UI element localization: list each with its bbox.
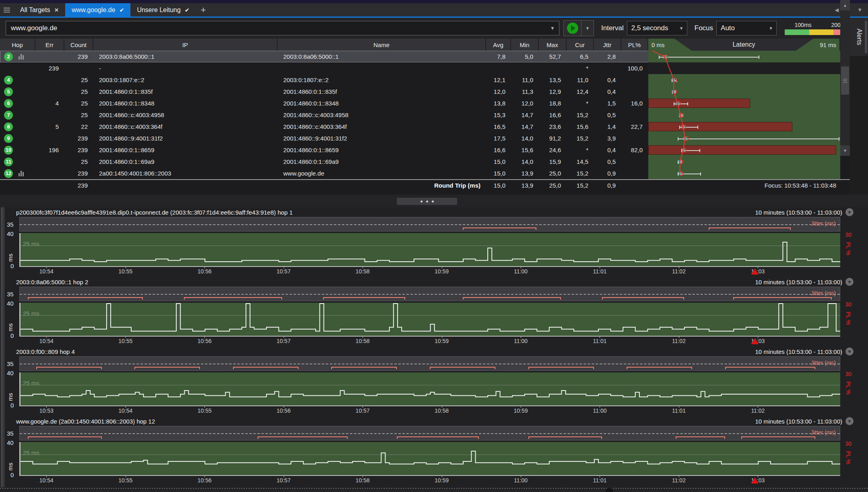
column-header-name[interactable]: Name [278,39,486,51]
graph-range-label: 10 minutes (10:53:00 - 11:03:00) [755,418,842,425]
cell-name: 2003:0:8a06:5000::1 [278,51,486,62]
cell-count: 239 [64,167,93,179]
tab-all-targets[interactable]: All Targets ✕ [14,3,65,17]
scrollbar-thumb[interactable] [841,66,849,95]
timeline-left-scrollbar[interactable] [1,207,5,487]
bar-chart-icon[interactable] [19,54,24,60]
play-options-dropdown[interactable]: ▼ [581,21,594,36]
average-latency-ring [673,78,677,82]
hop-number-badge: 4 [4,76,13,85]
hop-number-badge: 7 [4,111,13,120]
column-header-err[interactable]: Err [35,39,64,51]
interval-select[interactable]: 2,5 seconds ▼ [627,21,687,35]
cell-min: 15,6 [511,144,539,156]
alert-triangle-marker[interactable] [751,269,759,275]
table-row-hop-2[interactable]: 22392003:0:8a06:5000::12003:0:8a06:5000:… [0,51,850,62]
jitter-data-segment [323,297,405,300]
latency-plot[interactable]: 25 ms40ms030PL % [19,372,840,406]
scroll-down-icon[interactable]: ▼ [840,145,850,156]
y-axis-unit: ms [7,254,14,262]
hop-cell: 7 [0,109,35,121]
bottom-splitter-dots [0,488,868,489]
tab-label: Unsere Leitung [137,6,181,14]
alert-triangle-marker[interactable] [751,478,759,484]
time-tick-label: 10:56 [198,338,212,344]
table-row-hop-lost[interactable]: 239-*100,0 [0,62,850,74]
tab-unsere-leitung[interactable]: Unsere Leitung ✔ [130,3,196,17]
table-row-hop-11[interactable]: 11252001:4860:0:1::69a92001:4860:0:1::69… [0,156,850,167]
collapse-chevron-icon[interactable]: ▼ [845,278,854,286]
collapse-chevron-icon[interactable]: ▼ [845,417,854,425]
tab-www-google-de[interactable]: www.google.de ✔ [65,3,130,17]
cell-name [278,62,486,74]
splitter-handle[interactable] [397,198,457,205]
cell-err: 196 [35,144,64,156]
focus-select[interactable]: Auto ▼ [716,21,777,35]
time-axis: 10:5410:5510:5610:5710:5810:5911:0011:01… [19,337,840,346]
column-header-cur[interactable]: Cur [567,39,594,51]
column-header-min[interactable]: Min [511,39,539,51]
average-latency-ring [682,148,687,152]
tab-scroll-left-icon[interactable]: ◀ [835,7,839,13]
cell-count: 239 [64,132,93,144]
latency-plot[interactable]: 25 ms40ms030PL % [19,233,840,267]
tab-list-dropdown-icon[interactable]: ▼ [857,7,862,13]
time-tick-label: 10:58 [435,407,449,414]
column-header-count[interactable]: Count [64,39,93,51]
cell-count: 25 [64,97,93,109]
close-icon[interactable]: ✕ [54,7,59,13]
bottom-splitter-notch[interactable] [606,488,613,492]
jitter-label: Jitter (ms) [811,290,836,296]
bar-chart-icon[interactable] [19,171,24,176]
average-latency-ring [664,54,668,59]
column-header-max[interactable]: Max [539,39,567,51]
column-header-ip[interactable]: IP [93,39,278,51]
table-row-hop-6[interactable]: 64252001:4860:0:1::83482001:4860:0:1::83… [0,97,850,109]
chevron-down-icon[interactable]: ▼ [550,25,555,31]
table-row-hop-8[interactable]: 85222001:4860::c:4003:364f2001:4860::c:4… [0,121,850,132]
average-latency-ring [682,124,687,129]
panel-splitter[interactable] [0,194,868,207]
column-header-latency[interactable]: 0 msLatency91 ms [648,39,840,51]
cell-err [35,156,64,167]
column-header-pl[interactable]: PL% [621,39,648,51]
bottom-splitter[interactable] [0,487,868,492]
cell-cur: 15,2 [567,132,594,144]
latency-graph-cell: ✕ [648,51,840,62]
target-input[interactable]: www.google.de ▼ [6,21,559,35]
cell-ip: 2003:0:1807:e::2 [93,74,278,86]
table-row-hop-7[interactable]: 7252001:4860::c:4003:49582001:4860::c:40… [0,109,850,121]
play-button[interactable] [564,21,581,36]
collapse-chevron-icon[interactable]: ▼ [845,347,854,356]
time-tick-label: 10:59 [435,338,449,344]
jitter-threshold-line [20,294,840,295]
new-tab-button[interactable]: + [196,3,211,17]
alerts-scrollbar[interactable] [865,21,867,53]
tab-bar: All Targets ✕ www.google.de ✔ Unsere Lei… [0,3,868,17]
cell-name: 2001:4860:0:1::8348 [278,97,486,109]
hop-number-badge: 6 [4,99,13,108]
pl-axis-value: 30 [845,371,852,377]
hamburger-menu-icon[interactable] [0,3,14,17]
timeline-graph-hop: www.google.de (2a00:1450:4001:806::2003)… [0,416,868,486]
scroll-up-icon[interactable]: ▲ [840,0,850,10]
latency-plot[interactable]: 25 ms40ms030PL % [19,303,840,337]
table-row-hop-9[interactable]: 92392001:4860::9:4001:31f22001:4860::9:4… [0,132,850,144]
table-row-hop-5[interactable]: 5252001:4860:0:1::835f2001:4860:0:1::835… [0,86,850,97]
table-scrollbar[interactable]: ▲ ▼ [840,0,850,156]
latency-plot[interactable]: 25 ms40ms030PL % [19,442,840,476]
table-row-hop-4[interactable]: 4252003:0:1807:e::22003:0:1807:e::212,11… [0,74,850,86]
column-header-hop[interactable]: Hop [0,39,35,51]
table-row-hop-10[interactable]: 101962392001:4860:0:1::86592001:4860:0:1… [0,144,850,156]
table-row-hop-12[interactable]: 122392a00:1450:4001:806::2003www.google.… [0,167,850,179]
hop-cell: 6 [0,97,35,109]
alert-triangle-marker[interactable] [751,338,759,344]
time-tick-label: 10:56 [276,407,291,414]
collapse-chevron-icon[interactable]: ▼ [845,208,854,216]
hop-number-badge: 5 [4,87,13,96]
column-header-jttr[interactable]: Jttr [594,39,621,51]
summary-cell [0,180,35,191]
column-header-avg[interactable]: Avg [486,39,511,51]
latency-graph-cell: ✕ [648,144,840,156]
time-tick-label: 10:55 [118,338,132,344]
